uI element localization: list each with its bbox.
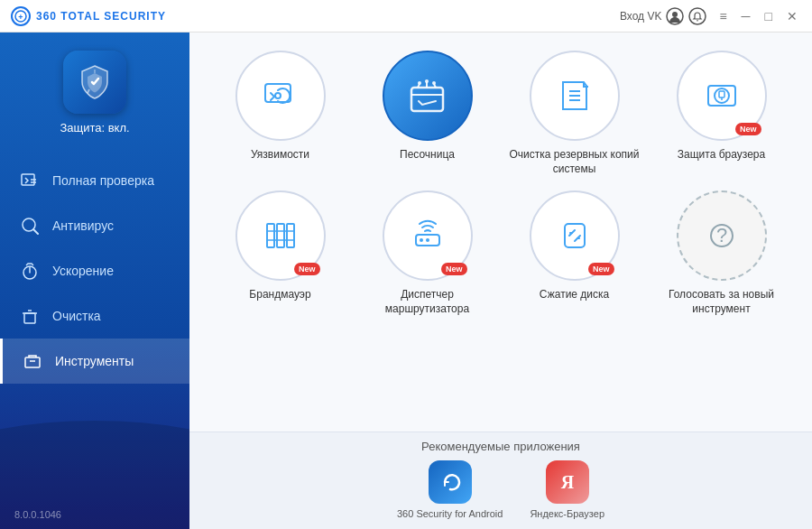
sidebar: Защита: вкл. Полная проверка [0, 32, 189, 529]
tool-disk-compress[interactable]: New Сжатие диска [505, 190, 643, 316]
new-badge-disk-compress: New [588, 263, 614, 275]
antivirus-label: Антивирус [52, 218, 114, 233]
tool-label-browser-protect: Защита браузера [678, 148, 765, 162]
main-layout: Защита: вкл. Полная проверка [0, 32, 812, 529]
sidebar-item-antivirus[interactable]: Антивирус [0, 203, 189, 248]
protection-status: Защита: вкл. [60, 121, 129, 135]
tool-label-disk-compress: Сжатие диска [540, 288, 609, 302]
speedup-label: Ускорение [52, 264, 114, 278]
app-title: 360 TOTAL SECURITY [36, 10, 166, 23]
svg-rect-15 [25, 357, 40, 367]
content-area: Уязвимости [189, 32, 812, 529]
full-scan-label: Полная проверка [52, 173, 154, 188]
new-badge-router-manager: New [441, 263, 467, 275]
svg-line-10 [33, 229, 38, 234]
svg-point-40 [420, 238, 423, 242]
new-badge-firewall: New [294, 263, 320, 275]
tools-grid: Уязвимости [211, 51, 790, 316]
app-icon-360 [429, 460, 472, 504]
full-scan-icon [18, 169, 42, 192]
svg-point-18 [275, 93, 281, 98]
menu-btn[interactable]: ≡ [715, 7, 730, 25]
sidebar-item-full-scan[interactable]: Полная проверка [0, 158, 189, 203]
cleanup-icon [18, 304, 42, 328]
svg-point-25 [425, 79, 429, 83]
tool-sandbox[interactable]: Песочница [358, 51, 496, 176]
tools-icon [21, 349, 44, 373]
tool-label-backup-clean: Очистка резервных копий системы [505, 148, 643, 176]
tool-label-vulnerabilities: Уязвимости [251, 148, 309, 162]
tool-circle-backup-clean [530, 51, 620, 141]
minimize-btn[interactable]: ─ [738, 7, 754, 25]
svg-point-3 [672, 12, 678, 17]
app-icon-yandex: Я [546, 460, 589, 504]
tool-vulnerabilities[interactable]: Уязвимости [211, 51, 349, 176]
shield-icon [63, 51, 126, 114]
title-bar-right: Вход VK ≡ ─ □ ✕ [620, 7, 801, 25]
sidebar-item-tools[interactable]: Инструменты [0, 339, 189, 384]
tool-label-vote: Голосовать за новый инструмент [652, 288, 790, 316]
version-label: 8.0.0.1046 [14, 509, 61, 520]
speedup-icon [18, 259, 42, 283]
tool-router-manager[interactable]: New Диспетчер маршрутизатора [358, 190, 496, 316]
tool-browser-protect[interactable]: New Защита браузера [652, 51, 790, 176]
tool-circle-sandbox [383, 51, 473, 141]
tool-vote[interactable]: ? Голосовать за новый инструмент [652, 190, 790, 316]
maximize-btn[interactable]: □ [761, 7, 776, 25]
sidebar-logo-area: Защита: вкл. [0, 32, 189, 149]
login-area[interactable]: Вход VK [620, 7, 707, 25]
tool-label-sandbox: Песочница [400, 148, 455, 162]
cleanup-label: Очистка [52, 309, 101, 323]
sidebar-item-speedup[interactable]: Ускорение [0, 248, 189, 293]
close-btn[interactable]: ✕ [783, 7, 801, 25]
svg-rect-35 [277, 224, 284, 247]
tool-label-firewall: Брандмауэр [249, 288, 310, 302]
svg-text:?: ? [715, 224, 726, 246]
tool-backup-clean[interactable]: Очистка резервных копий системы [505, 51, 643, 176]
svg-point-4 [689, 8, 706, 24]
title-bar: + 360 TOTAL SECURITY Вход VK ≡ ─ □ ✕ [0, 0, 812, 32]
tool-circle-disk-compress: New [530, 190, 620, 281]
tool-circle-firewall: New [235, 190, 326, 281]
app-label-yandex-browser: Яндекс-Браузер [530, 507, 604, 520]
app-360-android[interactable]: 360 Security for Android [397, 460, 503, 520]
tool-label-router-manager: Диспетчер маршрутизатора [358, 288, 496, 316]
app-yandex-browser[interactable]: Я Яндекс-Браузер [530, 460, 604, 520]
logo-icon: + [11, 6, 31, 26]
svg-rect-12 [24, 313, 35, 323]
new-badge-browser-protect: New [735, 123, 761, 135]
recommended-apps: 360 Security for Android Я Яндекс-Браузе… [211, 460, 790, 520]
tool-circle-vulnerabilities [235, 51, 326, 141]
svg-rect-34 [267, 224, 274, 247]
tool-firewall[interactable]: New Брандмауэр [211, 190, 349, 316]
tool-circle-browser-protect: New [677, 51, 767, 141]
tools-label: Инструменты [55, 354, 134, 368]
svg-point-26 [432, 81, 436, 85]
svg-rect-32 [719, 91, 724, 97]
tool-circle-vote: ? [677, 190, 767, 281]
recommended-title: Рекомендуемые приложения [211, 440, 790, 453]
sidebar-item-cleanup[interactable]: Очистка [0, 293, 189, 339]
sidebar-nav: Полная проверка Антивирус [0, 158, 189, 384]
app-label-360-android: 360 Security for Android [397, 507, 503, 520]
svg-point-41 [426, 238, 429, 242]
window-controls: ≡ ─ □ ✕ [715, 7, 801, 25]
recommended-area: Рекомендуемые приложения 360 Security fo… [189, 432, 812, 529]
user-icon [666, 7, 684, 25]
notification-icon [688, 7, 706, 25]
svg-rect-36 [287, 224, 294, 247]
tool-circle-router-manager: New [383, 190, 473, 281]
antivirus-icon [18, 214, 42, 237]
svg-text:Я: Я [560, 472, 574, 492]
svg-point-24 [418, 81, 421, 85]
svg-text:+: + [18, 13, 23, 22]
tools-grid-area: Уязвимости [189, 32, 812, 432]
app-logo: + 360 TOTAL SECURITY [11, 6, 166, 26]
svg-rect-19 [411, 88, 443, 111]
login-text: Вход VK [620, 10, 662, 23]
